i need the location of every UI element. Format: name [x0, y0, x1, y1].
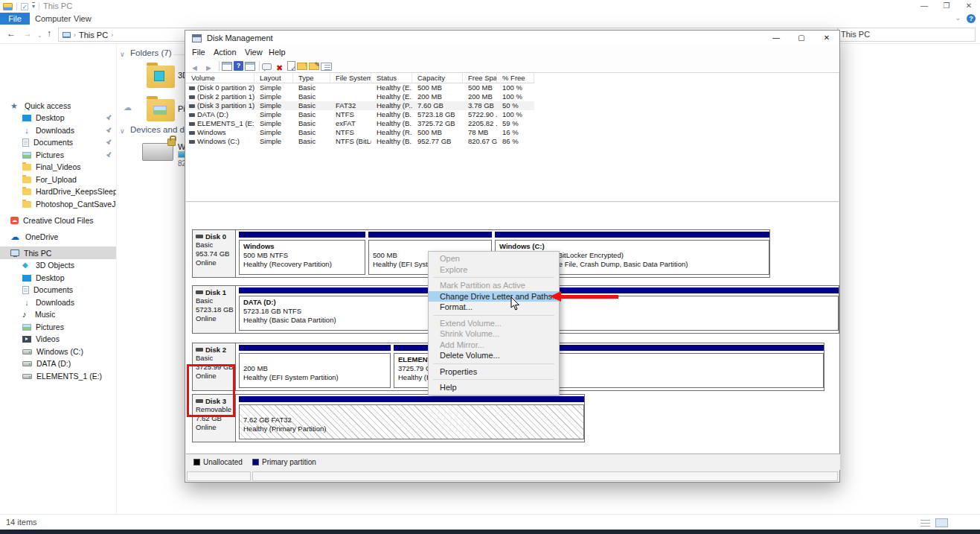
- windows-drive-icon[interactable]: [142, 143, 173, 161]
- pin-icon[interactable]: [106, 115, 112, 121]
- volume-row[interactable]: (Disk 3 partition 1)SimpleBasicFAT32Heal…: [186, 101, 839, 110]
- help-icon[interactable]: ?: [967, 14, 976, 23]
- dm-close-button[interactable]: ✕: [814, 31, 839, 46]
- sidebar-item-elements-1-e-[interactable]: ELEMENTS_1 (E:): [0, 370, 116, 382]
- details-view-icon[interactable]: [920, 519, 930, 527]
- folder-up-icon[interactable]: [297, 63, 307, 70]
- sidebar-item-documents[interactable]: Documents: [0, 284, 116, 296]
- dm-maximize-button[interactable]: ▢: [789, 31, 814, 46]
- menu-action[interactable]: Action: [214, 47, 237, 58]
- sidebar-item-windows-c-[interactable]: Windows (C:): [0, 346, 116, 357]
- forward-icon[interactable]: [202, 60, 215, 71]
- sidebar-item-videos[interactable]: Videos: [0, 333, 116, 345]
- sidebar-item-onedrive[interactable]: ☁OneDrive: [0, 231, 116, 243]
- history-chevron-icon[interactable]: ⌄: [37, 31, 42, 41]
- properties-icon[interactable]: [321, 63, 332, 71]
- tab-file[interactable]: File: [0, 13, 30, 25]
- partition-body[interactable]: 200 MBHealthy (EFI System Partition): [239, 353, 391, 388]
- column-header[interactable]: Free Spa...: [463, 73, 497, 83]
- check-document-icon[interactable]: [287, 61, 295, 71]
- help-icon[interactable]: ?: [234, 61, 243, 71]
- column-header[interactable]: Layout: [254, 73, 293, 83]
- pin-icon[interactable]: [106, 127, 112, 133]
- partition-body[interactable]: 7.62 GB FAT32Healthy (Primary Partition): [239, 404, 584, 439]
- sidebar-item-downloads[interactable]: ↓Downloads: [0, 124, 116, 136]
- ribbon-expand-chevron-icon[interactable]: ⌄: [955, 14, 961, 22]
- volume-row[interactable]: DATA (D:)SimpleBasicNTFSHealthy (B...572…: [186, 110, 839, 119]
- pin-icon[interactable]: [106, 152, 112, 158]
- column-header[interactable]: Volume: [186, 73, 254, 83]
- sidebar-item-music[interactable]: ♪Music: [0, 308, 116, 320]
- breadcrumb[interactable]: This PC: [79, 31, 108, 39]
- popup-menu-icon[interactable]: [262, 63, 272, 70]
- sidebar-item-3d-objects[interactable]: ◆3D Objects: [0, 259, 116, 271]
- sidebar-item-pictures[interactable]: Pictures: [0, 149, 116, 161]
- column-header[interactable]: Capacity: [412, 73, 463, 83]
- chevron-down-icon[interactable]: ∨: [120, 127, 125, 135]
- sidebar-item-final-videos[interactable]: Final_Videos: [0, 161, 116, 173]
- menu-item-help[interactable]: Help: [429, 382, 559, 393]
- back-icon[interactable]: [188, 60, 201, 71]
- volume-row[interactable]: WindowsSimpleBasicNTFSHealthy (R...500 M…: [186, 128, 839, 137]
- partition-status: Healthy (Primary Partition): [243, 425, 583, 433]
- volume-icon: [189, 140, 195, 144]
- thumbnail-view-icon[interactable]: [935, 518, 948, 527]
- menu-help[interactable]: Help: [269, 47, 286, 58]
- check-icon[interactable]: ✓: [21, 3, 28, 10]
- chevron-down-icon[interactable]: ▾: [32, 2, 35, 10]
- sidebar-item-desktop[interactable]: Desktop: [0, 112, 116, 124]
- pin-icon[interactable]: [106, 139, 112, 145]
- chevron-down-icon[interactable]: ∨: [120, 51, 125, 58]
- explorer-restore-button[interactable]: ❐: [935, 0, 958, 13]
- quick-access-toolbar: ✓ ▾ This PC: [3, 1, 72, 11]
- folder-3d-objects-icon[interactable]: [147, 66, 175, 88]
- sidebar-item-data-d-[interactable]: DATA (D:): [0, 357, 116, 369]
- up-icon[interactable]: ↑: [47, 28, 51, 39]
- console-window-icon[interactable]: [222, 62, 232, 71]
- folder-pictures-icon[interactable]: [147, 99, 175, 121]
- menu-view[interactable]: View: [245, 47, 263, 58]
- sidebar-item-desktop[interactable]: Desktop: [0, 272, 116, 284]
- disk-label[interactable]: Disk 1Basic5723.18 GBOnline: [193, 286, 236, 333]
- menu-item-change-drive-letter-and-paths[interactable]: Change Drive Letter and Paths...: [429, 291, 559, 302]
- delete-icon[interactable]: [273, 60, 286, 71]
- forward-icon[interactable]: →: [23, 28, 32, 39]
- sidebar-item-photoshop-cantsavejpg[interactable]: Photoshop_CantSaveJPG: [0, 198, 116, 210]
- column-header[interactable]: Status: [371, 73, 412, 83]
- partition-body[interactable]: Windows500 MB NTFSHealthy (Recovery Part…: [239, 240, 365, 275]
- sidebar-item-harddrive-keepssleeping[interactable]: HardDrive_KeepsSleeping: [0, 185, 116, 197]
- sidebar-item-pictures[interactable]: Pictures: [0, 321, 116, 333]
- sidebar-item-creative-cloud-files[interactable]: ☁Creative Cloud Files: [0, 214, 116, 226]
- search-input[interactable]: This PC: [838, 28, 976, 42]
- folders-section-header[interactable]: Folders (7): [130, 48, 172, 57]
- explorer-close-button[interactable]: ✕: [958, 0, 980, 13]
- menu-item-delete-volume[interactable]: Delete Volume...: [429, 350, 559, 361]
- sidebar-item-for-upload[interactable]: For_Upload: [0, 174, 116, 185]
- sidebar-item-downloads[interactable]: ↓Downloads: [0, 296, 116, 308]
- menu-item-format[interactable]: Format...: [429, 302, 559, 313]
- volume-row[interactable]: Windows (C:)SimpleBasicNTFS (BitLo...Hea…: [186, 137, 839, 146]
- partition[interactable]: Windows500 MB NTFSHealthy (Recovery Part…: [239, 230, 365, 277]
- console-window-icon[interactable]: [245, 62, 255, 71]
- tab-view[interactable]: View: [74, 13, 92, 25]
- explorer-minimize-button[interactable]: —: [913, 0, 935, 13]
- partition[interactable]: 200 MBHealthy (EFI System Partition): [239, 343, 391, 390]
- volume-row[interactable]: ELEMENTS_1 (E:)SimpleBasicexFATHealthy (…: [186, 119, 839, 128]
- sidebar-item-quick-access[interactable]: ★Quick access: [0, 100, 116, 112]
- volume-row[interactable]: (Disk 2 partition 1)SimpleBasicHealthy (…: [186, 92, 839, 101]
- column-header[interactable]: Type: [293, 73, 330, 83]
- volume-row[interactable]: (Disk 0 partition 2)SimpleBasicHealthy (…: [186, 83, 839, 92]
- partition[interactable]: 7.62 GB FAT32Healthy (Primary Partition): [239, 395, 584, 442]
- sidebar-item-documents[interactable]: Documents: [0, 136, 116, 148]
- column-header[interactable]: File System: [330, 73, 371, 83]
- folder-edit-icon[interactable]: [309, 63, 319, 70]
- menu-item-properties[interactable]: Properties: [429, 366, 559, 378]
- tab-computer[interactable]: Computer: [35, 13, 71, 25]
- dm-minimize-button[interactable]: —: [763, 31, 789, 46]
- column-header[interactable]: % Free: [497, 73, 534, 83]
- sidebar-item-this-pc[interactable]: This PC: [0, 247, 116, 259]
- menu-file[interactable]: File: [192, 47, 205, 58]
- back-icon[interactable]: ←: [7, 28, 16, 39]
- disk-label[interactable]: Disk 0Basic953.74 GBOnline: [193, 230, 236, 277]
- disk-management-titlebar[interactable]: Disk Management — ▢ ✕: [185, 31, 839, 46]
